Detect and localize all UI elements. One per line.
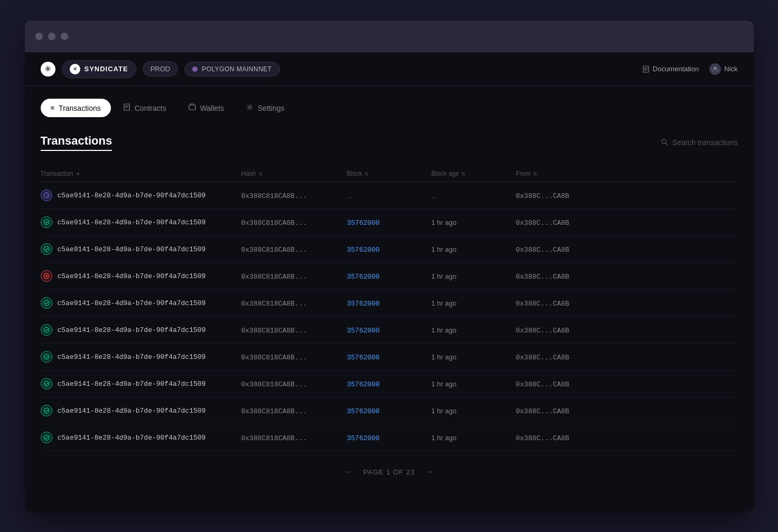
from-value: 0x388C...CA8B (516, 273, 569, 281)
hash-value: 0x388C818CA8B... (241, 381, 307, 388)
hash-cell: 0x388C818CA8B... (241, 244, 347, 254)
tab-wallets-label: Wallets (200, 104, 224, 112)
block-value: 35762000 (347, 354, 380, 362)
contract-icon (123, 103, 130, 111)
svg-point-14 (44, 246, 49, 252)
network-dot-icon (192, 66, 198, 72)
block-cell: 35762000 (347, 325, 432, 335)
hash-value: 0x388C818CA8B... (241, 327, 307, 335)
sort-transaction-icon: ▼ (76, 171, 81, 177)
tab-wallets[interactable]: Wallets (179, 99, 234, 117)
col-header-hash[interactable]: Hash ⇅ (241, 170, 347, 177)
from-cell: 0x388C...CA8B (516, 352, 622, 362)
age-value: 1 hr ago (432, 299, 457, 307)
table-row[interactable]: c5ae9141-8e28-4d9a-b7de-90f4a7dc1509 0x3… (41, 424, 738, 451)
table-row[interactable]: c5ae9141-8e28-4d9a-b7de-90f4a7dc1509 0x3… (41, 209, 738, 236)
tx-cell: c5ae9141-8e28-4d9a-b7de-90f4a7dc1509 (41, 432, 241, 443)
col-header-from[interactable]: From ⇅ (516, 170, 622, 177)
contracts-tab-icon (123, 103, 130, 112)
from-cell: 0x388C...CA8B (516, 191, 622, 200)
tx-cell: c5ae9141-8e28-4d9a-b7de-90f4a7dc1509 (41, 270, 241, 282)
block-cell: 35762000 (347, 271, 432, 281)
age-value: 1 hr ago (432, 353, 457, 361)
tx-id: c5ae9141-8e28-4d9a-b7de-90f4a7dc1509 (58, 353, 206, 361)
from-value: 0x388C...CA8B (516, 219, 569, 227)
from-cell: 0x388C...CA8B (516, 298, 622, 308)
prev-page-button[interactable]: ← (344, 467, 353, 477)
table-row[interactable]: c5ae9141-8e28-4d9a-b7de-90f4a7dc1509 0x3… (41, 317, 738, 344)
from-value: 0x388C...CA8B (516, 246, 569, 254)
nav-logo: ✳ (41, 62, 55, 77)
top-nav: ✳ ✳ SYNDICATE PROD POLYGON MAINNNET (25, 52, 754, 86)
block-value: 35762000 (347, 273, 380, 281)
table-row[interactable]: c5ae9141-8e28-4d9a-b7de-90f4a7dc1509 0x3… (41, 290, 738, 317)
traffic-light-minimize[interactable] (48, 33, 55, 40)
next-page-button[interactable]: → (425, 467, 434, 477)
tab-contracts[interactable]: Contracts (113, 99, 176, 117)
hash-cell: 0x388C818CA8B... (241, 191, 347, 200)
block-cell: ... (347, 191, 432, 200)
hash-value: 0x388C818CA8B... (241, 407, 307, 415)
age-value: 1 hr ago (432, 407, 457, 415)
svg-point-19 (44, 327, 49, 332)
block-value: 35762000 (347, 300, 380, 308)
col-header-block[interactable]: Block ⇅ (347, 170, 432, 177)
search-box[interactable]: Search transactions (661, 138, 738, 147)
traffic-light-maximize[interactable] (61, 33, 68, 40)
hash-value: 0x388C818CA8B... (241, 300, 307, 308)
block-age-cell: ... (432, 191, 516, 200)
main-tabs: ≡ Transactions Contracts (25, 86, 754, 117)
traffic-light-close[interactable] (35, 33, 43, 40)
tx-id: c5ae9141-8e28-4d9a-b7de-90f4a7dc1509 (58, 434, 206, 442)
status-icon-success (41, 432, 52, 443)
table-row[interactable]: c5ae9141-8e28-4d9a-b7de-90f4a7dc1509 0x3… (41, 263, 738, 290)
age-value: 1 hr ago (432, 245, 457, 253)
age-value: ... (432, 192, 437, 200)
sort-age-icon: ⇅ (461, 171, 465, 177)
table-row[interactable]: c5ae9141-8e28-4d9a-b7de-90f4a7dc1509 0x3… (41, 236, 738, 263)
table-row[interactable]: c5ae9141-8e28-4d9a-b7de-90f4a7dc1509 0x3… (41, 344, 738, 370)
svg-point-22 (44, 408, 49, 413)
user-name: Nick (724, 65, 737, 73)
svg-point-20 (44, 354, 49, 359)
table-row[interactable]: c5ae9141-8e28-4d9a-b7de-90f4a7dc1509 0x3… (41, 370, 738, 397)
tab-settings[interactable]: Settings (236, 99, 295, 117)
tab-settings-label: Settings (258, 104, 285, 112)
brand-icon: ✳ (70, 64, 80, 74)
table-row[interactable]: c5ae9141-8e28-4d9a-b7de-90f4a7dc1509 0x3… (41, 182, 738, 209)
settings-tab-icon (246, 103, 254, 112)
hash-cell: 0x388C818CA8B... (241, 379, 347, 388)
age-value: 1 hr ago (432, 326, 457, 334)
status-icon-success (41, 243, 52, 255)
hash-value: 0x388C818CA8B... (241, 219, 307, 227)
env-label[interactable]: PROD (143, 61, 179, 77)
block-age-cell: 1 hr ago (432, 406, 516, 415)
block-value: 35762000 (347, 407, 380, 415)
tx-id: c5ae9141-8e28-4d9a-b7de-90f4a7dc1509 (58, 218, 206, 226)
sort-from-icon: ⇅ (533, 171, 537, 177)
search-placeholder[interactable]: Search transactions (672, 138, 738, 147)
user-menu[interactable]: Nick (709, 63, 737, 75)
block-cell: 35762000 (347, 379, 432, 388)
table-row[interactable]: c5ae9141-8e28-4d9a-b7de-90f4a7dc1509 0x3… (41, 397, 738, 424)
from-value: 0x388C...CA8B (516, 192, 569, 200)
block-cell: 35762000 (347, 406, 432, 415)
block-age-cell: 1 hr ago (432, 244, 516, 254)
col-header-transaction[interactable]: Transaction ▼ (41, 170, 241, 177)
col-header-block-age[interactable]: Block age ⇅ (432, 170, 516, 177)
tab-transactions[interactable]: ≡ Transactions (41, 99, 111, 117)
tx-id: c5ae9141-8e28-4d9a-b7de-90f4a7dc1509 (58, 407, 206, 415)
from-cell: 0x388C...CA8B (516, 271, 622, 281)
nav-left: ✳ ✳ SYNDICATE PROD POLYGON MAINNNET (41, 60, 280, 78)
docs-label: Documentation (653, 65, 699, 73)
brand-pill[interactable]: ✳ SYNDICATE (62, 60, 136, 78)
page-content: Transactions Search transactions (25, 117, 754, 504)
tx-id: c5ae9141-8e28-4d9a-b7de-90f4a7dc1509 (58, 192, 206, 200)
status-icon-error (41, 270, 52, 282)
tab-contracts-label: Contracts (135, 104, 166, 112)
docs-link[interactable]: Documentation (642, 65, 699, 73)
brand-icon-symbol: ✳ (73, 66, 77, 72)
tx-id: c5ae9141-8e28-4d9a-b7de-90f4a7dc1509 (58, 245, 206, 253)
tx-id: c5ae9141-8e28-4d9a-b7de-90f4a7dc1509 (58, 272, 206, 280)
network-pill[interactable]: POLYGON MAINNNET (184, 62, 279, 77)
